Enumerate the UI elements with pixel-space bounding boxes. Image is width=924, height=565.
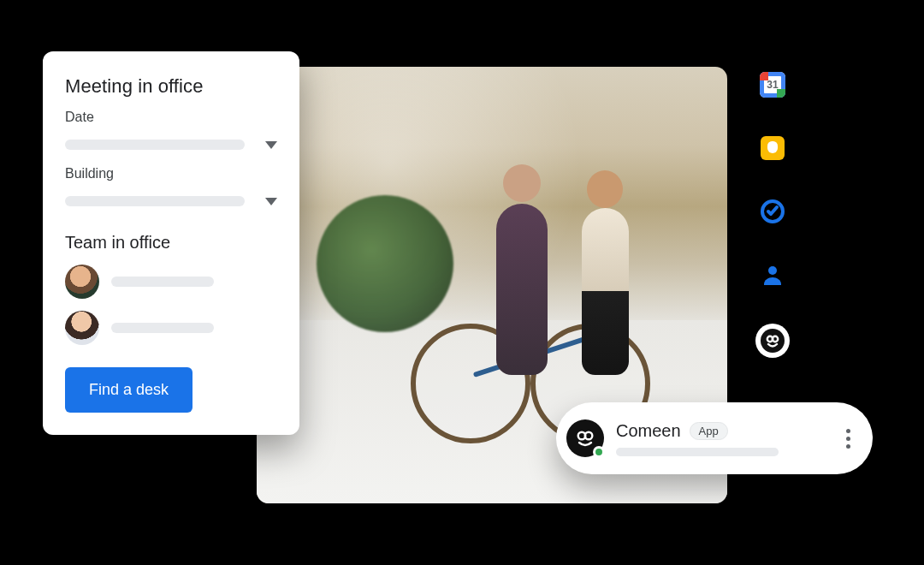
- chevron-down-icon: [265, 198, 277, 205]
- avatar: [65, 265, 99, 299]
- message-preview-placeholder: [616, 448, 779, 456]
- keep-icon[interactable]: [758, 134, 787, 163]
- card-title: Meeting in office: [65, 75, 277, 98]
- teammate-name-placeholder: [111, 323, 214, 333]
- team-heading: Team in office: [65, 233, 277, 253]
- comeen-chat-chip[interactable]: Comeen App: [556, 402, 873, 474]
- building-select[interactable]: [65, 192, 277, 211]
- find-desk-button[interactable]: Find a desk: [65, 367, 192, 413]
- presence-online-icon: [593, 446, 605, 458]
- teammate-name-placeholder: [111, 277, 214, 287]
- building-label: Building: [65, 166, 277, 181]
- meeting-card: Meeting in office Date Building Team in …: [43, 51, 299, 435]
- team-row: [65, 265, 277, 299]
- chip-meta: Comeen App: [616, 421, 839, 456]
- side-panel: 31: [753, 70, 792, 358]
- svg-point-3: [773, 336, 778, 342]
- calendar-icon[interactable]: 31: [758, 70, 787, 99]
- app-name: Comeen: [616, 421, 681, 441]
- chevron-down-icon: [265, 141, 277, 149]
- date-select[interactable]: [65, 135, 277, 154]
- team-row: [65, 311, 277, 345]
- more-button[interactable]: [839, 422, 857, 455]
- comeen-logo-icon: [566, 419, 604, 457]
- app-badge: App: [690, 422, 728, 440]
- tasks-icon[interactable]: [758, 197, 787, 226]
- date-value-placeholder: [65, 140, 245, 150]
- contacts-icon[interactable]: [758, 260, 787, 289]
- avatar: [65, 311, 99, 345]
- comeen-icon[interactable]: [755, 324, 790, 358]
- date-label: Date: [65, 110, 277, 125]
- building-value-placeholder: [65, 196, 245, 206]
- svg-point-1: [768, 266, 777, 275]
